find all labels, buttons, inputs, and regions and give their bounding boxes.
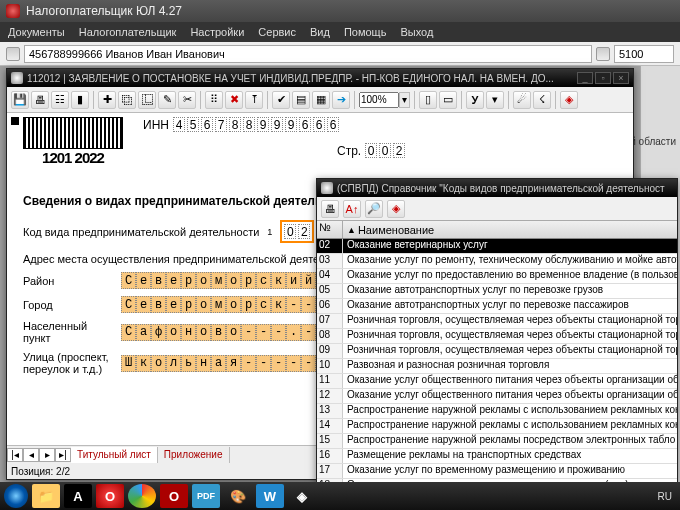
tab-title-page[interactable]: Титульный лист — [71, 447, 158, 463]
tool2-icon[interactable]: ✂ — [178, 91, 196, 109]
grid-row[interactable]: 06Оказание автотранспортных услуг по пер… — [317, 299, 677, 314]
letter-cell: о — [166, 324, 181, 341]
grid-row[interactable]: 14Распространение наружной рекламы с исп… — [317, 419, 677, 434]
delete-icon[interactable]: ✖ — [225, 91, 243, 109]
preview-icon[interactable]: ☷ — [51, 91, 69, 109]
copy-icon[interactable]: ⿻ — [118, 91, 136, 109]
bold-icon[interactable]: У — [466, 91, 484, 109]
check-icon[interactable]: ✔ — [272, 91, 290, 109]
letter-cell: - — [256, 355, 271, 372]
nav-first-icon[interactable]: |◂ — [7, 448, 23, 462]
user-info-box[interactable]: 456788999666 Иванов Иван Иванович — [24, 45, 592, 63]
minimize-button[interactable]: _ — [577, 72, 593, 84]
paste-icon[interactable]: ⿺ — [138, 91, 156, 109]
grid-row[interactable]: 07Розничная торговля, осуществляемая чер… — [317, 314, 677, 329]
table2-icon[interactable]: ▦ — [312, 91, 330, 109]
digit-cell[interactable]: 2 — [298, 224, 310, 239]
grid-body[interactable]: 02Оказание ветеринарных услуг03Оказание … — [317, 239, 677, 483]
lang-indicator[interactable]: RU — [658, 491, 672, 502]
row-number: 12 — [317, 389, 343, 403]
wand2-icon[interactable]: ☇ — [533, 91, 551, 109]
digit-cell[interactable]: 0 — [284, 224, 296, 239]
grid-row[interactable]: 12Оказание услуг общественного питания ч… — [317, 389, 677, 404]
start-button[interactable] — [4, 484, 28, 508]
col-number[interactable]: № — [317, 221, 343, 238]
opera2-icon[interactable]: O — [160, 484, 188, 508]
digit-cell: 0 — [379, 143, 391, 158]
position-label: Позиция: 2/2 — [11, 466, 70, 477]
word-icon[interactable]: W — [256, 484, 284, 508]
row-number: 09 — [317, 344, 343, 358]
menu-settings[interactable]: Настройки — [190, 26, 244, 38]
zoom-down-icon[interactable]: ▾ — [399, 92, 410, 108]
row-number: 05 — [317, 284, 343, 298]
menu-service[interactable]: Сервис — [258, 26, 296, 38]
user-icon[interactable] — [6, 47, 20, 61]
app-a-icon[interactable]: A — [64, 484, 92, 508]
grid-row[interactable]: 03Оказание услуг по ремонту, техническом… — [317, 254, 677, 269]
wand-icon[interactable]: ☄ — [513, 91, 531, 109]
save-icon[interactable]: 💾 — [11, 91, 29, 109]
menu-exit[interactable]: Выход — [400, 26, 433, 38]
menu-help[interactable]: Помощь — [344, 26, 387, 38]
print-icon[interactable]: 🖶 — [321, 200, 339, 218]
table-icon[interactable]: ▤ — [292, 91, 310, 109]
add-icon[interactable]: ✚ — [98, 91, 116, 109]
grid-row[interactable]: 04Оказание услуг по предоставлению во вр… — [317, 269, 677, 284]
menu-view[interactable]: Вид — [310, 26, 330, 38]
grid-row[interactable]: 02Оказание ветеринарных услуг — [317, 239, 677, 254]
grid-row[interactable]: 09Розничная торговля, осуществляемая чер… — [317, 344, 677, 359]
grid-row[interactable]: 05Оказание автотранспортных услуг по пер… — [317, 284, 677, 299]
letter-cell: м — [211, 296, 226, 313]
nav-last-icon[interactable]: ▸| — [55, 448, 71, 462]
row-number: 14 — [317, 419, 343, 433]
folder-icon[interactable]: ▭ — [439, 91, 457, 109]
letter-cell: о — [151, 355, 166, 372]
dropdown-icon[interactable]: ▾ — [486, 91, 504, 109]
grid-row[interactable]: 16Размещение рекламы на транспортных сре… — [317, 449, 677, 464]
paint-icon[interactable]: 🎨 — [224, 484, 252, 508]
sort-asc-icon[interactable]: A↑ — [343, 200, 361, 218]
nav-prev-icon[interactable]: ◂ — [23, 448, 39, 462]
letter-cell: й — [301, 272, 316, 289]
grid-row[interactable]: 17Оказание услуг по временному размещени… — [317, 464, 677, 479]
menu-taxpayer[interactable]: Налогоплательщик — [79, 26, 177, 38]
grid-row[interactable]: 11Оказание услуг общественного питания ч… — [317, 374, 677, 389]
activity-code-input[interactable]: 02 — [280, 220, 314, 243]
help-icon[interactable]: ◈ — [560, 91, 578, 109]
find-icon[interactable]: 🔎 — [365, 200, 383, 218]
arrow-icon[interactable]: ➔ — [332, 91, 350, 109]
help-icon[interactable]: ◈ — [387, 200, 405, 218]
tab-appendix[interactable]: Приложение — [158, 447, 230, 463]
row-number: 02 — [317, 239, 343, 253]
grid-row[interactable]: 13Распространение наружной рекламы с исп… — [317, 404, 677, 419]
letter-cell: е — [166, 272, 181, 289]
print-icon[interactable]: 🖶 — [31, 91, 49, 109]
barcode-icon[interactable]: ▮ — [71, 91, 89, 109]
tree-icon[interactable]: ⤒ — [245, 91, 263, 109]
letter-cell: - — [271, 324, 286, 341]
opera-icon[interactable]: O — [96, 484, 124, 508]
explorer-icon[interactable]: 📁 — [32, 484, 60, 508]
pdf-icon[interactable]: PDF — [192, 484, 220, 508]
row-name: Розничная торговля, осуществляемая через… — [343, 314, 677, 328]
maximize-button[interactable]: ▫ — [595, 72, 611, 84]
row-name: Распространение наружной рекламы с испол… — [343, 419, 677, 433]
close-button[interactable]: × — [613, 72, 629, 84]
grid-row[interactable]: 10Развозная и разносная розничная торгов… — [317, 359, 677, 374]
chrome-icon[interactable] — [128, 484, 156, 508]
user-code-box[interactable]: 5100 — [614, 45, 674, 63]
grid-row[interactable]: 15Распространение наружной рекламы посре… — [317, 434, 677, 449]
book-icon[interactable]: ▯ — [419, 91, 437, 109]
tool-icon[interactable]: ✎ — [158, 91, 176, 109]
nav-next-icon[interactable]: ▸ — [39, 448, 55, 462]
diamond-icon[interactable]: ◈ — [288, 484, 316, 508]
list-icon[interactable] — [596, 47, 610, 61]
zoom-control[interactable]: ▾ — [359, 92, 410, 108]
row-number: 06 — [317, 299, 343, 313]
zoom-input[interactable] — [359, 92, 399, 108]
grid-row[interactable]: 08Розничная торговля, осуществляемая чер… — [317, 329, 677, 344]
hier-icon[interactable]: ⠿ — [205, 91, 223, 109]
menu-documents[interactable]: Документы — [8, 26, 65, 38]
col-name[interactable]: Наименование — [358, 224, 434, 236]
